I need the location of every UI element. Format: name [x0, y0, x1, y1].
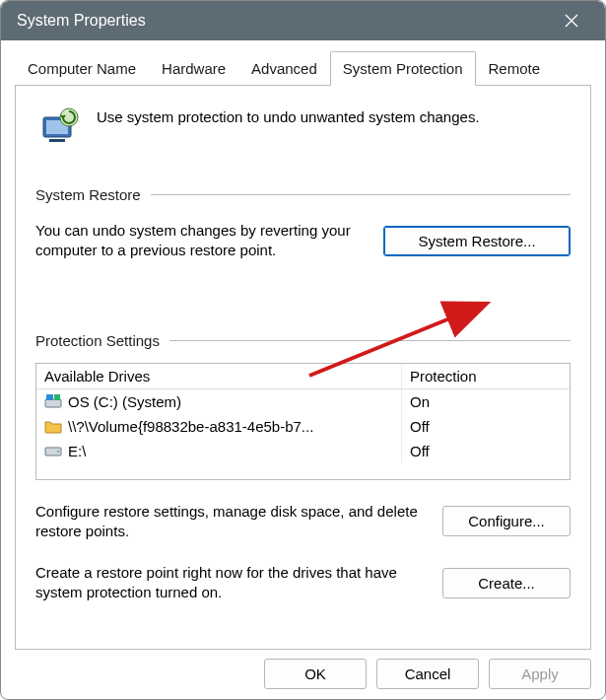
configure-description: Configure restore settings, manage disk …: [35, 502, 425, 542]
table-row[interactable]: \\?\Volume{f98832be-a831-4e5b-b7... Off: [36, 414, 570, 439]
tab-page-system-protection: Use system protection to undo unwanted s…: [15, 86, 591, 650]
tab-strip: Computer Name Hardware Advanced System P…: [15, 50, 591, 86]
dialog-button-row: OK Cancel Apply: [264, 659, 591, 689]
button-label: Configure...: [468, 513, 545, 529]
legend-text: Protection Settings: [35, 332, 160, 349]
button-label: Apply: [521, 665, 559, 682]
system-restore-row: You can undo system changes by reverting…: [35, 221, 571, 261]
create-button[interactable]: Create...: [442, 568, 571, 598]
create-row: Create a restore point right now for the…: [35, 563, 571, 603]
svg-rect-5: [45, 399, 61, 407]
table-header: Available Drives Protection: [36, 364, 570, 389]
tab-hardware[interactable]: Hardware: [149, 51, 238, 86]
protection-status: Off: [402, 439, 570, 463]
cancel-button[interactable]: Cancel: [376, 659, 479, 689]
drive-icon: [44, 443, 62, 458]
button-label: System Restore...: [418, 233, 535, 249]
protection-status: On: [402, 389, 570, 414]
button-label: Cancel: [405, 665, 451, 682]
close-button[interactable]: [552, 1, 591, 40]
configure-row: Configure restore settings, manage disk …: [35, 502, 571, 542]
divider: [169, 340, 571, 341]
drive-label: \\?\Volume{f98832be-a831-4e5b-b7...: [68, 418, 313, 435]
tab-computer-name[interactable]: Computer Name: [15, 51, 149, 86]
tab-remote[interactable]: Remote: [476, 51, 554, 86]
intro-row: Use system protection to undo unwanted s…: [35, 104, 571, 151]
protection-settings-legend: Protection Settings: [35, 332, 571, 349]
table-row[interactable]: OS (C:) (System) On: [36, 389, 570, 414]
table-row[interactable]: E:\ Off: [36, 439, 570, 479]
tab-label: Advanced: [251, 60, 317, 77]
tab-advanced[interactable]: Advanced: [238, 51, 330, 86]
configure-button[interactable]: Configure...: [442, 506, 571, 536]
svg-rect-6: [46, 394, 53, 400]
svg-rect-2: [49, 139, 65, 142]
legend-text: System Restore: [35, 186, 141, 203]
divider: [151, 194, 571, 195]
system-protection-icon: [35, 104, 83, 151]
system-restore-button[interactable]: System Restore...: [383, 226, 571, 256]
system-restore-description: You can undo system changes by reverting…: [35, 221, 366, 261]
dialog-content: Computer Name Hardware Advanced System P…: [1, 40, 605, 699]
drives-table: Available Drives Protection OS (C:) (Sys…: [35, 363, 571, 480]
svg-point-9: [57, 451, 59, 453]
tab-label: Computer Name: [28, 60, 136, 77]
tab-label: System Protection: [343, 60, 463, 77]
protection-status: Off: [402, 414, 570, 439]
window-title: System Properties: [17, 12, 552, 30]
drive-label: OS (C:) (System): [68, 393, 181, 410]
intro-text: Use system protection to undo unwanted s…: [97, 104, 480, 127]
close-icon: [565, 14, 578, 28]
apply-button[interactable]: Apply: [489, 659, 591, 689]
column-header-drive[interactable]: Available Drives: [36, 364, 402, 388]
drive-label: E:\: [68, 443, 86, 459]
button-label: OK: [304, 665, 326, 682]
column-header-protection[interactable]: Protection: [402, 364, 570, 388]
button-label: Create...: [478, 575, 535, 592]
tab-label: Hardware: [162, 60, 226, 77]
folder-icon: [44, 418, 62, 434]
create-description: Create a restore point right now for the…: [35, 563, 425, 603]
tab-label: Remote: [489, 60, 541, 77]
ok-button[interactable]: OK: [264, 659, 367, 689]
tab-system-protection[interactable]: System Protection: [330, 51, 476, 86]
svg-rect-7: [54, 394, 60, 400]
drive-windows-icon: [44, 393, 62, 409]
titlebar: System Properties: [1, 1, 605, 40]
system-restore-legend: System Restore: [35, 186, 571, 203]
